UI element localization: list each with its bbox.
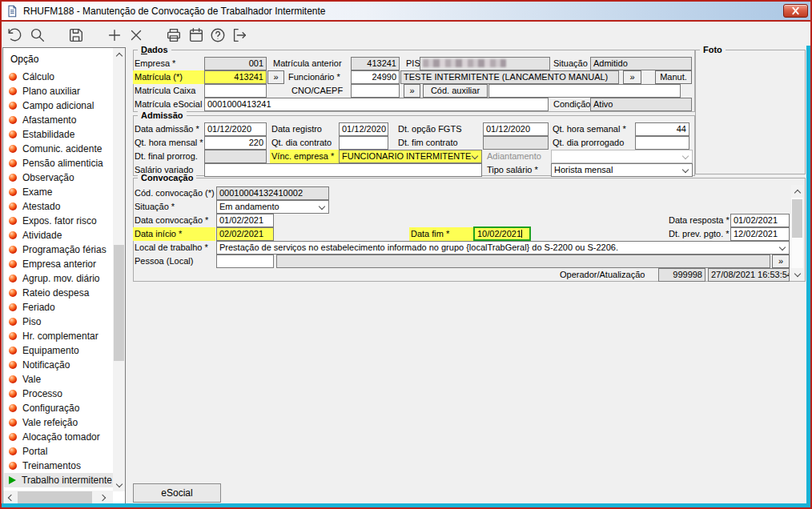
sidebar-item-trabalho-intermitente[interactable]: Trabalho intermitente [4,473,113,487]
pessoa-local-field[interactable] [216,254,274,268]
manut-button[interactable]: Manut. ... [655,70,692,84]
sidebar-item-expos-fator-risco[interactable]: Expos. fator risco [4,214,113,228]
undo-button[interactable] [5,26,24,45]
sidebar-item-hr-complementar[interactable]: Hr. complementar [4,329,113,343]
scroll-right-button[interactable] [97,491,110,504]
local-trabalho-select[interactable]: Prestação de serviços no estabelecimento… [216,241,790,254]
chevron-down-icon[interactable] [319,203,325,210]
tipo-salario-select[interactable]: Horista mensal [551,163,693,177]
chevron-down-icon[interactable] [779,244,786,250]
sidebar-vertical-scrollbar[interactable] [113,48,125,491]
pis-field[interactable] [420,57,550,70]
chevron-down-icon[interactable] [472,153,478,159]
salario-variado-field[interactable] [204,163,482,177]
operador-field[interactable]: 999998 [658,268,705,282]
matricula-anterior-field[interactable]: 413241 [351,57,400,70]
matricula-esocial-field[interactable]: 0001000413241 [204,98,549,111]
qt-hora-semanal-field[interactable]: 44 [635,122,689,136]
sidebar-item-programacao-ferias[interactable]: Programação férias [4,242,113,257]
dt-final-prorrog-field[interactable] [204,150,267,163]
dt-fim-contrato-field[interactable] [483,136,549,150]
situacao-convocacao-select[interactable]: Em andamento [216,200,329,214]
sidebar-item-agrup-mov-diario[interactable]: Agrup. mov. diário [4,271,113,286]
scroll-up-button[interactable] [791,185,803,198]
sidebar-item-equipamento[interactable]: Equipamento [4,343,113,358]
matricula-field[interactable]: 413241 [204,70,267,84]
scroll-down-button[interactable] [791,268,803,281]
sidebar-item-atividade[interactable]: Atividade [4,228,113,242]
atualizacao-field[interactable]: 27/08/2021 16:53:54 [708,268,790,282]
cod-convocacao-field[interactable]: 00010004132410002 [216,186,329,200]
sidebar-item-estabilidade[interactable]: Estabilidade [4,127,113,142]
print-button[interactable] [164,26,183,45]
sidebar-item-alocacao-tomador[interactable]: Alocação tomador [4,430,113,444]
situacao-field[interactable]: Admitido [590,57,692,70]
data-resposta-field[interactable]: 01/02/2021 [730,214,790,227]
sidebar-item-empresa-anterior[interactable]: Empresa anterior [4,257,113,271]
chevron-down-icon[interactable] [682,166,689,173]
save-button[interactable] [66,26,86,45]
sidebar-item-observacao[interactable]: Observação [4,170,113,185]
qt-dia-prorrogado-field[interactable] [635,136,689,150]
scrollbar-thumb[interactable] [18,491,92,503]
data-admissao-field[interactable]: 01/12/2020 [204,122,267,136]
sidebar-item-portal[interactable]: Portal [4,444,113,459]
sidebar-item-exame[interactable]: Exame [4,185,113,199]
sidebar-item-rateio-despesa[interactable]: Rateio despesa [4,286,113,300]
funcionario-nome-lookup-button[interactable]: » [623,70,641,84]
pessoa-local-lookup-button[interactable]: » [772,254,790,268]
data-convocacao-field[interactable]: 01/02/2021 [216,214,274,227]
matricula-caixa-field[interactable] [204,84,267,98]
scrollbar-thumb[interactable] [792,199,802,238]
schedule-button[interactable] [187,26,206,45]
vinc-empresa-select[interactable]: FUNCIONARIO INTERMITENTE [339,150,482,163]
data-fim-field[interactable]: 10/02/2021 [473,226,531,241]
delete-button[interactable] [127,26,146,45]
sidebar-item-atestado[interactable]: Atestado [4,199,113,214]
close-button[interactable] [783,4,808,18]
convocacao-vertical-scrollbar[interactable] [791,185,803,281]
funcionario-field[interactable]: 24990 [351,70,400,84]
dt-opcao-fgts-field[interactable]: 01/12/2020 [483,122,549,136]
sidebar-item-comunic-acidente[interactable]: Comunic. acidente [4,142,113,156]
data-registro-field[interactable]: 01/12/2020 [339,122,388,136]
cod-auxiliar-lookup-button[interactable]: » [404,84,420,98]
sidebar-horizontal-scrollbar[interactable] [3,491,113,504]
funcionario-lookup-button[interactable]: » [267,70,284,84]
sidebar-item-processo[interactable]: Processo [4,387,113,401]
scroll-left-button[interactable] [3,491,16,504]
sidebar-item-feriado[interactable]: Feriado [4,300,113,315]
empresa-field[interactable]: 001 [204,57,267,70]
exit-button[interactable] [230,26,249,45]
funcionario-nome-field[interactable]: TESTE INTERMITENTE (LANCAMENTO MANUAL) [400,70,619,84]
scroll-up-button[interactable] [113,48,125,61]
sidebar-item-campo-adicional[interactable]: Campo adicional [4,98,113,113]
help-button[interactable] [208,26,227,45]
qt-hora-mensal-field[interactable]: 220 [204,136,267,150]
sidebar-item-afastamento[interactable]: Afastamento [4,113,113,127]
scroll-down-button[interactable] [113,479,125,491]
sidebar-item-plano-auxiliar[interactable]: Plano auxiliar [4,84,113,98]
add-button[interactable] [105,26,124,45]
qt-dia-contrato-field[interactable] [339,136,388,150]
scrollbar-thumb[interactable] [114,245,124,361]
sidebar-item-notificacao[interactable]: Notificação [4,358,113,372]
dt-prev-pgto-field[interactable]: 12/02/2021 [730,227,790,241]
sidebar-item-pensao-alimenticia[interactable]: Pensão alimenticia [4,156,113,170]
sidebar-item-calculo[interactable]: Cálculo [4,70,113,84]
sidebar-item-treinamentos[interactable]: Treinamentos [4,459,113,473]
chevron-down-icon[interactable] [682,153,689,159]
cod-auxiliar-button[interactable]: Cód. auxiliar [423,84,488,98]
data-inicio-field[interactable]: 02/02/2021 [216,227,274,241]
sidebar-item-vale-refeicao[interactable]: Vale refeição [4,415,113,430]
cno-caepf-field[interactable] [351,84,400,98]
adiantamento-select[interactable] [551,150,693,163]
condicao-field[interactable]: Ativo [590,98,692,111]
search-button[interactable] [28,26,47,45]
sidebar-item-vale[interactable]: Vale [4,372,113,387]
cod-auxiliar-field[interactable] [488,84,681,98]
sidebar-item-configuracao[interactable]: Configuração [4,401,113,415]
esocial-button[interactable]: eSocial [133,483,221,503]
pessoa-local-descricao-field[interactable] [276,254,770,268]
sidebar-item-piso[interactable]: Piso [4,315,113,329]
